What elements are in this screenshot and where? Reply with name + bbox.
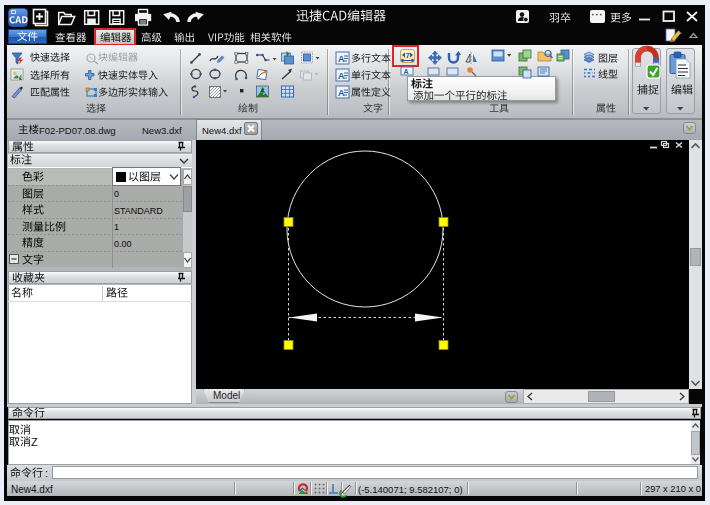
- svg-text:A: A: [404, 68, 409, 75]
- svg-text:A: A: [338, 54, 345, 64]
- svg-text:7: 7: [406, 51, 410, 60]
- svg-text:A: A: [338, 88, 345, 98]
- svg-text:A: A: [338, 71, 345, 81]
